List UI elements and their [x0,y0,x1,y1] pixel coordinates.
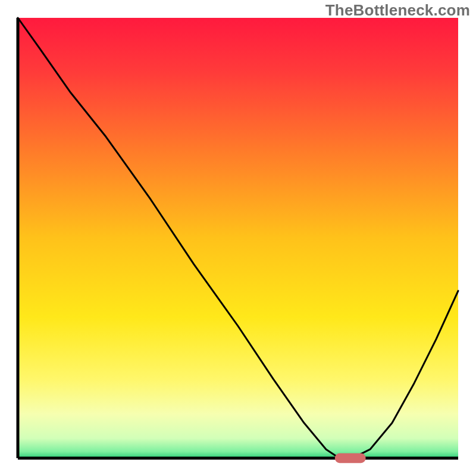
plot-background [18,18,458,458]
bottleneck-chart [0,0,476,476]
watermark-text: TheBottleneck.com [325,1,470,20]
optimal-range-marker [335,453,366,463]
chart-container: TheBottleneck.com [0,0,476,476]
